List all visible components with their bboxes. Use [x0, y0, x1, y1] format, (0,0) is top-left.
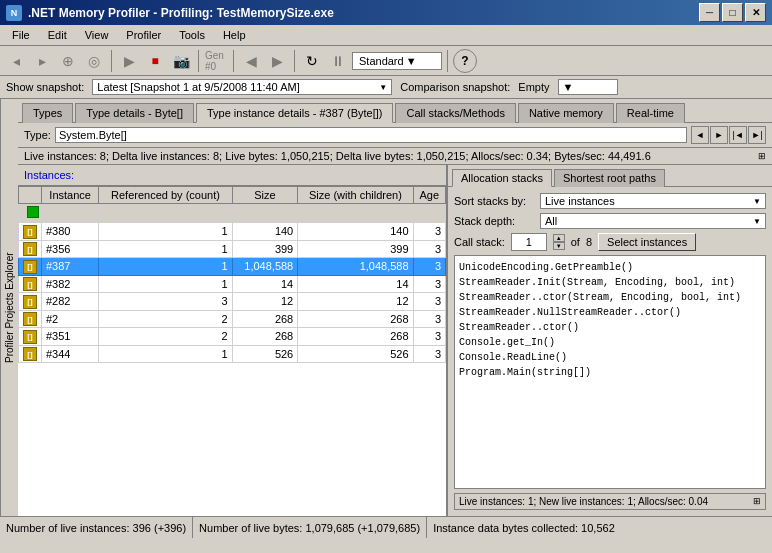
row-size-children: 268 — [298, 310, 413, 328]
nav-last-btn[interactable]: ►| — [748, 126, 766, 144]
tab-allocation-stacks[interactable]: Allocation stacks — [452, 169, 552, 187]
row-instance: #351 — [42, 328, 99, 346]
row-instance: #382 — [42, 275, 99, 293]
tab-call-stacks[interactable]: Call stacks/Methods — [395, 103, 515, 123]
expand-live-icon[interactable]: ⊞ — [753, 496, 761, 507]
right-tabs: Allocation stacks Shortest root paths — [448, 165, 772, 187]
spin-down-btn[interactable]: ▼ — [553, 242, 565, 250]
right-content: Sort stacks by: Live instances ▼ Stack d… — [448, 187, 772, 516]
title-bar-buttons[interactable]: ─ □ ✕ — [699, 3, 766, 22]
sort-stacks-select[interactable]: Live instances ▼ — [540, 193, 766, 209]
row-size-children: 526 — [298, 345, 413, 363]
row-size: 14 — [232, 275, 298, 293]
table-row[interactable]: [] #387 1 1,048,588 1,048,588 3 — [19, 258, 446, 276]
row-size: 1,048,588 — [232, 258, 298, 276]
menu-bar: FileEditViewProfilerToolsHelp — [0, 25, 772, 46]
col-ref: Referenced by (count) — [99, 187, 232, 204]
col-size: Size — [232, 187, 298, 204]
help-button[interactable]: ? — [453, 49, 477, 73]
row-instance: #282 — [42, 293, 99, 311]
table-row[interactable]: [] #356 1 399 399 3 — [19, 240, 446, 258]
spin-up-btn[interactable]: ▲ — [553, 234, 565, 242]
call-stack-text-area: UnicodeEncoding.GetPreamble()StreamReade… — [454, 255, 766, 489]
sort-stacks-label: Sort stacks by: — [454, 195, 534, 207]
minimize-button[interactable]: ─ — [699, 3, 720, 22]
row-size: 526 — [232, 345, 298, 363]
table-row[interactable]: [] #282 3 12 12 3 — [19, 293, 446, 311]
toolbar-stop-btn[interactable]: ■ — [143, 49, 167, 73]
show-snapshot-label: Show snapshot: — [6, 81, 84, 93]
row-icon: [] — [19, 240, 42, 258]
stats-text: Live instances: 8; Delta live instances:… — [24, 150, 651, 162]
tab-shortest-root-paths[interactable]: Shortest root paths — [554, 169, 665, 187]
toolbar-sep2 — [198, 50, 199, 72]
tab-type-details[interactable]: Type details - Byte[] — [75, 103, 194, 123]
type-row: Type: ◄ ► |◄ ►| — [18, 123, 772, 148]
tab-real-time[interactable]: Real-time — [616, 103, 685, 123]
type-input[interactable] — [55, 127, 687, 143]
select-instances-button[interactable]: Select instances — [598, 233, 696, 251]
main-container: Profiler Projects Explorer Types Type de… — [0, 99, 772, 516]
tab-native-memory[interactable]: Native memory — [518, 103, 614, 123]
nav-next-btn[interactable]: ► — [710, 126, 728, 144]
table-row[interactable]: [] #382 1 14 14 3 — [19, 275, 446, 293]
table-row[interactable]: [] #2 2 268 268 3 — [19, 310, 446, 328]
side-tab[interactable]: Profiler Projects Explorer — [0, 99, 18, 516]
toolbar-gen-btn[interactable]: Gen #0 — [204, 49, 228, 73]
table-row[interactable]: [] #344 1 526 526 3 — [19, 345, 446, 363]
col-icon — [19, 187, 42, 204]
tab-types[interactable]: Types — [22, 103, 73, 123]
table-container: Instance Referenced by (count) Size Size… — [18, 186, 446, 516]
menu-item-edit[interactable]: Edit — [40, 27, 75, 43]
live-instances-text: Live instances: 1; New live instances: 1… — [459, 496, 708, 507]
col-size-children: Size (with children) — [298, 187, 413, 204]
expand-stats-icon[interactable]: ⊞ — [758, 151, 766, 161]
menu-item-help[interactable]: Help — [215, 27, 254, 43]
sort-stacks-arrow-icon: ▼ — [753, 197, 761, 206]
call-stack-line: Console.get_In() — [459, 335, 761, 350]
toolbar-sep4 — [294, 50, 295, 72]
toolbar-btn4[interactable]: ◎ — [82, 49, 106, 73]
call-stack-input[interactable]: 1 — [511, 233, 547, 251]
standard-dropdown[interactable]: Standard ▼ — [352, 52, 442, 70]
close-button[interactable]: ✕ — [745, 3, 766, 22]
comparison-dropdown[interactable]: ▼ — [558, 79, 618, 95]
type-icon: [] — [23, 225, 37, 239]
table-row[interactable]: [] #351 2 268 268 3 — [19, 328, 446, 346]
toolbar-refresh-btn[interactable]: ↻ — [300, 49, 324, 73]
call-stack-spinner[interactable]: ▲ ▼ — [553, 234, 565, 250]
row-ref-count: 2 — [99, 328, 232, 346]
table-row[interactable]: [] #380 1 140 140 3 — [19, 223, 446, 241]
menu-item-profiler[interactable]: Profiler — [118, 27, 169, 43]
status-segment-1: Number of live instances: 396 (+396) — [0, 517, 193, 538]
menu-item-view[interactable]: View — [77, 27, 117, 43]
call-stack-of: of — [571, 236, 580, 248]
toolbar-forward-btn[interactable]: ▸ — [30, 49, 54, 73]
maximize-button[interactable]: □ — [722, 3, 743, 22]
call-stack-line: Program.Main(string[]) — [459, 365, 761, 380]
menu-item-file[interactable]: File — [4, 27, 38, 43]
toolbar-nav2[interactable]: ▶ — [265, 49, 289, 73]
select-all-checkbox[interactable] — [27, 206, 39, 218]
nav-first-btn[interactable]: |◄ — [729, 126, 747, 144]
row-ref-count: 1 — [99, 240, 232, 258]
col-age: Age — [413, 187, 445, 204]
nav-prev-btn[interactable]: ◄ — [691, 126, 709, 144]
instances-table: Instance Referenced by (count) Size Size… — [18, 186, 446, 363]
toolbar-sep3 — [233, 50, 234, 72]
call-stack-line: StreamReader.NullStreamReader..ctor() — [459, 305, 761, 320]
toolbar-pause-btn[interactable]: ⏸ — [326, 49, 350, 73]
type-icon: [] — [23, 347, 37, 361]
snapshot-dropdown[interactable]: Latest [Snapshot 1 at 9/5/2008 11:40 AM]… — [92, 79, 392, 95]
toolbar-play-btn[interactable]: ▶ — [117, 49, 141, 73]
menu-item-tools[interactable]: Tools — [171, 27, 213, 43]
toolbar-camera-btn[interactable]: 📷 — [169, 49, 193, 73]
stats-bar: Live instances: 8; Delta live instances:… — [18, 148, 772, 165]
tab-type-instance-details[interactable]: Type instance details - #387 (Byte[]) — [196, 103, 393, 123]
toolbar-back-btn[interactable]: ◂ — [4, 49, 28, 73]
toolbar-btn3[interactable]: ⊕ — [56, 49, 80, 73]
row-age: 3 — [413, 275, 445, 293]
toolbar-nav1[interactable]: ◀ — [239, 49, 263, 73]
type-icon: [] — [23, 260, 37, 274]
stack-depth-select[interactable]: All ▼ — [540, 213, 766, 229]
